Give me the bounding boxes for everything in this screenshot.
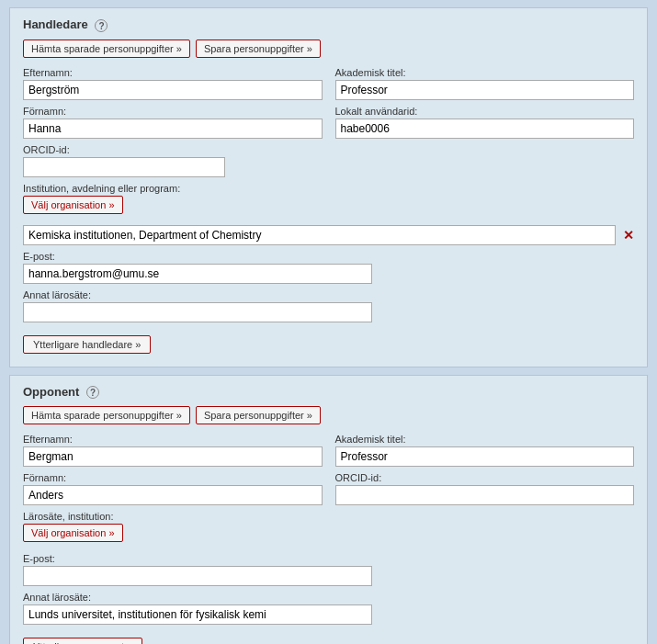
handledare-org-row: ✕ — [23, 225, 634, 245]
opponent-lastname-input[interactable] — [23, 446, 323, 467]
handledare-institution-group: Institution, avdelning eller program: Vä… — [23, 183, 634, 220]
handledare-orcid-input[interactable] — [23, 157, 225, 177]
handledare-more-btn[interactable]: Ytterligare handledare » — [23, 335, 151, 354]
handledare-firstname-label: Förnamn: — [23, 106, 323, 117]
handledare-lastname-group: Efternamn: — [23, 67, 323, 100]
opponent-fetch-btn[interactable]: Hämta sparade personuppgifter » — [23, 406, 190, 424]
handledare-help-icon[interactable]: ? — [95, 19, 108, 32]
opponent-orcid-input[interactable] — [335, 485, 635, 505]
handledare-annat-label: Annat lärosäte: — [23, 289, 634, 300]
opponent-firstname-input[interactable] — [23, 485, 323, 505]
opponent-more-btn[interactable]: Ytterligare opponent » — [23, 638, 142, 644]
handledare-annat-group: Annat lärosäte: — [23, 289, 634, 322]
handledare-label: Handledare — [23, 17, 88, 31]
opponent-orcid-group: ORCID-id: — [335, 472, 635, 505]
handledare-email-label: E-post: — [23, 251, 634, 262]
opponent-save-btn[interactable]: Spara personuppgifter » — [196, 406, 321, 424]
handledare-firstname-group: Förnamn: — [23, 106, 323, 139]
handledare-org-btn[interactable]: Välj organisation » — [23, 196, 123, 214]
handledare-lastname-label: Efternamn: — [23, 67, 323, 78]
opponent-institution-label: Lärosäte, institution: — [23, 511, 634, 522]
handledare-orcid-group: ORCID-id: — [23, 144, 634, 177]
handledare-id-row: Förnamn: Lokalt användarid: — [23, 106, 634, 139]
opponent-firstname-label: Förnamn: — [23, 472, 323, 483]
handledare-localid-label: Lokalt användarid: — [335, 106, 635, 117]
handledare-btn-row: Hämta sparade personuppgifter » Spara pe… — [23, 40, 634, 58]
handledare-firstname-input[interactable] — [23, 119, 323, 139]
handledare-name-row: Efternamn: Akademisk titel: — [23, 67, 634, 100]
opponent-academic-input[interactable] — [335, 446, 635, 467]
handledare-section: Handledare ? Hämta sparade personuppgift… — [9, 7, 648, 367]
handledare-lastname-input[interactable] — [23, 80, 323, 100]
opponent-email-label: E-post: — [23, 553, 634, 564]
handledare-fetch-btn[interactable]: Hämta sparade personuppgifter » — [23, 40, 190, 58]
handledare-localid-input[interactable] — [335, 119, 635, 139]
opponent-btn-row: Hämta sparade personuppgifter » Spara pe… — [23, 406, 634, 424]
opponent-section: Opponent ? Hämta sparade personuppgifter… — [9, 375, 648, 644]
opponent-name-row: Efternamn: Akademisk titel: — [23, 434, 634, 467]
opponent-academic-group: Akademisk titel: — [335, 434, 635, 467]
handledare-academic-group: Akademisk titel: — [335, 67, 635, 100]
handledare-localid-group: Lokalt användarid: — [335, 106, 635, 139]
opponent-annat-group: Annat lärosäte: — [23, 592, 634, 625]
handledare-title: Handledare ? — [23, 17, 634, 32]
opponent-lastname-label: Efternamn: — [23, 434, 323, 445]
opponent-email-input[interactable] — [23, 566, 372, 586]
opponent-help-icon[interactable]: ? — [86, 386, 99, 399]
handledare-org-input[interactable] — [23, 225, 616, 245]
handledare-email-group: E-post: — [23, 251, 634, 284]
opponent-academic-label: Akademisk titel: — [335, 434, 635, 445]
handledare-email-input[interactable] — [23, 264, 372, 284]
opponent-title: Opponent ? — [23, 385, 634, 400]
handledare-save-btn[interactable]: Spara personuppgifter » — [196, 40, 321, 58]
handledare-orcid-label: ORCID-id: — [23, 144, 634, 155]
opponent-firstname-group: Förnamn: — [23, 472, 323, 505]
opponent-annat-input[interactable] — [23, 604, 372, 625]
opponent-org-btn[interactable]: Välj organisation » — [23, 524, 123, 542]
handledare-org-remove-icon[interactable]: ✕ — [623, 228, 634, 243]
opponent-label: Opponent — [23, 385, 79, 399]
handledare-academic-label: Akademisk titel: — [335, 67, 635, 78]
handledare-institution-label: Institution, avdelning eller program: — [23, 183, 634, 194]
opponent-fn-orcid-row: Förnamn: ORCID-id: — [23, 472, 634, 505]
opponent-email-group: E-post: — [23, 553, 634, 586]
opponent-lastname-group: Efternamn: — [23, 434, 323, 467]
opponent-annat-label: Annat lärosäte: — [23, 592, 634, 603]
handledare-academic-input[interactable] — [335, 80, 635, 100]
opponent-orcid-label: ORCID-id: — [335, 472, 635, 483]
handledare-annat-input[interactable] — [23, 302, 372, 322]
opponent-institution-group: Lärosäte, institution: Välj organisation… — [23, 511, 634, 548]
